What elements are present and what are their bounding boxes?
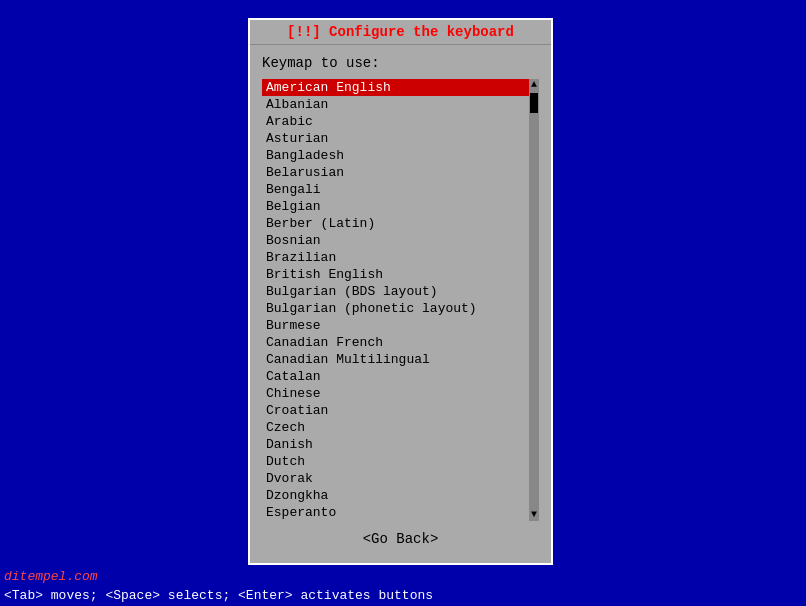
list-item[interactable]: Canadian Multilingual [262, 351, 539, 368]
list-item[interactable]: Bengali [262, 181, 539, 198]
list-item[interactable]: Bulgarian (phonetic layout) [262, 300, 539, 317]
list-item[interactable]: Belgian [262, 198, 539, 215]
scrollbar-thumb [530, 93, 538, 113]
list-item[interactable]: British English [262, 266, 539, 283]
list-item[interactable]: Dzongkha [262, 487, 539, 504]
list-item[interactable]: Asturian [262, 130, 539, 147]
list-item[interactable]: Croatian [262, 402, 539, 419]
dialog-content: Keymap to use: American EnglishAlbanianA… [250, 45, 551, 563]
list-wrapper: American EnglishAlbanianArabicAsturianBa… [262, 79, 539, 521]
list-item[interactable]: Bulgarian (BDS layout) [262, 283, 539, 300]
keymap-label: Keymap to use: [262, 55, 539, 71]
scrollbar-track [530, 91, 538, 509]
list-item[interactable]: Dutch [262, 453, 539, 470]
configure-keyboard-dialog: [!!] Configure the keyboard Keymap to us… [248, 18, 553, 565]
list-item[interactable]: Bangladesh [262, 147, 539, 164]
watermark: ditempel.com [4, 569, 98, 584]
bottom-bar: <Tab> moves; <Space> selects; <Enter> ac… [0, 584, 806, 606]
list-item[interactable]: American English [262, 79, 539, 96]
list-item[interactable]: Arabic [262, 113, 539, 130]
dialog-title: [!!] Configure the keyboard [250, 20, 551, 45]
scrollbar[interactable]: ▲ ▼ [529, 79, 539, 521]
list-item[interactable]: Chinese [262, 385, 539, 402]
list-item[interactable]: Danish [262, 436, 539, 453]
list-item[interactable]: Dvorak [262, 470, 539, 487]
list-item[interactable]: Canadian French [262, 334, 539, 351]
list-items-area: American EnglishAlbanianArabicAsturianBa… [262, 79, 539, 521]
go-back-button[interactable]: <Go Back> [262, 531, 539, 547]
list-item[interactable]: Czech [262, 419, 539, 436]
list-item[interactable]: Berber (Latin) [262, 215, 539, 232]
list-item[interactable]: Bosnian [262, 232, 539, 249]
list-item[interactable]: Brazilian [262, 249, 539, 266]
list-item[interactable]: Belarusian [262, 164, 539, 181]
scrollbar-down-arrow[interactable]: ▼ [531, 509, 537, 521]
list-item[interactable]: Burmese [262, 317, 539, 334]
scrollbar-up-arrow[interactable]: ▲ [531, 79, 537, 91]
list-item[interactable]: Albanian [262, 96, 539, 113]
list-item[interactable]: Esperanto [262, 504, 539, 521]
list-item[interactable]: Catalan [262, 368, 539, 385]
